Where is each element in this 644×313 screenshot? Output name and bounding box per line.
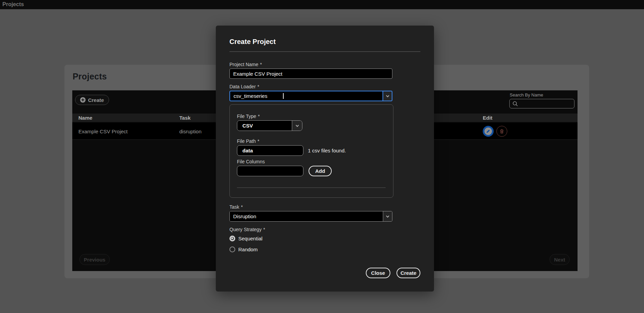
create-project-button[interactable]: Create [75, 95, 109, 105]
plus-circle-icon [80, 97, 86, 103]
radio-option-random[interactable]: Random [229, 247, 420, 252]
data-loader-input-wrap [230, 91, 383, 101]
modal-title: Create Project [229, 38, 420, 46]
chevron-down-icon [385, 214, 390, 219]
search-icon [512, 101, 518, 107]
file-type-input[interactable] [237, 121, 292, 131]
column-header-edit: Edit [483, 115, 578, 121]
loader-config-panel: File Type* File Path* 1 csv files found.… [229, 104, 393, 198]
required-marker: * [260, 62, 262, 67]
required-marker: * [257, 138, 259, 144]
file-type-dropdown-button[interactable] [292, 121, 302, 131]
data-loader-dropdown-button[interactable] [383, 91, 392, 101]
chevron-down-icon [385, 94, 390, 99]
cell-project-name: Example CSV Project [72, 129, 179, 134]
pencil-icon [484, 128, 492, 135]
data-loader-label: Data Loader* [229, 84, 420, 89]
files-found-hint: 1 csv files found. [308, 148, 346, 153]
previous-page-button[interactable]: Previous [79, 254, 110, 265]
task-dropdown-button[interactable] [383, 211, 392, 221]
task-label: Task* [229, 204, 420, 210]
required-marker: * [241, 204, 243, 210]
create-project-modal: Create Project Project Name* Data Loader… [216, 26, 434, 292]
file-columns-label: File Columns [237, 159, 393, 164]
edit-project-button[interactable] [483, 126, 494, 137]
create-button-label: Create [88, 97, 104, 103]
file-path-label: File Path* [237, 138, 393, 144]
modal-footer: Close Create [229, 268, 420, 278]
app-title[interactable]: Projects [2, 1, 24, 8]
project-name-label: Project Name* [229, 62, 420, 67]
file-type-label: File Type* [237, 114, 393, 119]
search-by-name: Search By Name [509, 92, 574, 108]
add-column-button[interactable]: Add [309, 166, 332, 176]
radio-option-sequential[interactable]: Sequential [229, 236, 420, 241]
required-marker: * [257, 84, 259, 89]
delete-project-button[interactable] [496, 126, 507, 137]
close-modal-button[interactable]: Close [366, 268, 390, 278]
project-name-input[interactable] [229, 69, 392, 79]
radio-label: Sequential [238, 236, 263, 241]
file-type-combobox [237, 120, 302, 131]
text-cursor [283, 93, 284, 99]
file-columns-row: Add [237, 166, 393, 176]
required-marker: * [263, 227, 265, 232]
search-input[interactable] [519, 100, 573, 108]
search-box [509, 99, 574, 108]
data-loader-input[interactable] [234, 93, 283, 99]
file-columns-input[interactable] [237, 166, 303, 176]
chevron-down-icon [295, 123, 300, 128]
search-label: Search By Name [510, 92, 574, 98]
title-divider [229, 51, 420, 52]
radio-selected-icon[interactable] [229, 236, 235, 241]
next-page-button[interactable]: Next [550, 254, 570, 265]
page-title: Projects [73, 72, 107, 81]
top-navbar: Projects [0, 0, 644, 9]
cell-edit-actions [483, 126, 578, 137]
column-header-name[interactable]: Name [72, 115, 179, 121]
file-path-row: 1 csv files found. [237, 145, 393, 156]
data-loader-combobox [229, 91, 392, 101]
submit-create-button[interactable]: Create [396, 268, 420, 278]
radio-label: Random [238, 247, 258, 252]
task-input[interactable] [230, 211, 383, 221]
task-combobox [229, 211, 392, 222]
required-marker: * [258, 114, 260, 119]
query-strategy-label: Query Strategy* [229, 227, 420, 232]
radio-unselected-icon[interactable] [229, 247, 235, 252]
file-path-input[interactable] [237, 145, 303, 156]
panel-divider [237, 188, 386, 188]
trash-icon [499, 129, 505, 134]
